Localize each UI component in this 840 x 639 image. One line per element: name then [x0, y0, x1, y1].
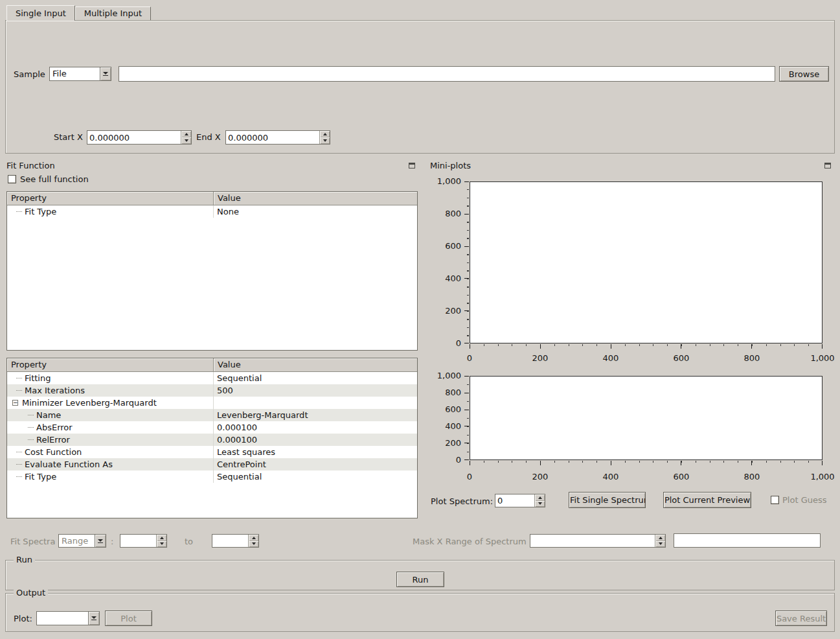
tree-branch-icon [16, 390, 22, 391]
spin-up-icon[interactable] [655, 535, 665, 541]
x-tick-label: 1,000 [803, 472, 840, 482]
end-x-spinbox[interactable] [225, 130, 330, 145]
fit-spectra-from-input[interactable] [120, 535, 156, 547]
plot-guess-control[interactable]: Plot Guess [771, 495, 827, 505]
tab-single-input-label: Single Input [16, 8, 66, 18]
tab-single-input[interactable]: Single Input [6, 5, 75, 21]
sample-type-value: File [50, 67, 100, 80]
colon-separator: : [111, 537, 113, 546]
fit-spectra-mode-select[interactable]: Range [58, 534, 106, 548]
fit-single-spectrum-button[interactable]: Fit Single Spectrum [569, 492, 646, 508]
see-full-function-control[interactable]: See full function [8, 174, 89, 184]
spin-up-icon[interactable] [249, 535, 258, 541]
property-row-evaluate-function-as[interactable]: Evaluate Function As CentrePoint [7, 458, 417, 471]
property-row-relerror[interactable]: RelError 0.000100 [7, 434, 417, 446]
value-cell: 0.000100 [214, 435, 417, 445]
fit-spectra-to-spinbox[interactable] [212, 534, 259, 548]
float-icon[interactable] [409, 163, 415, 168]
value-cell: 500 [214, 386, 417, 395]
run-group: Run Run [5, 560, 835, 590]
browse-button[interactable]: Browse [779, 66, 829, 82]
spin-down-icon[interactable] [249, 541, 258, 548]
table-body: Fitting Sequential Max Iterations 500 − … [7, 372, 417, 518]
plot-output-select[interactable] [36, 611, 100, 625]
property-row-minimizer-name[interactable]: Name Levenberg-Marquardt [7, 409, 417, 421]
save-result-button[interactable]: Save Result [775, 610, 827, 626]
property-row-fitting[interactable]: Fitting Sequential [7, 372, 417, 384]
property-cell: Evaluate Function As [7, 458, 214, 471]
y-axis-ticks [464, 181, 469, 343]
sample-type-select[interactable]: File [49, 67, 111, 81]
spin-down-icon[interactable] [320, 137, 330, 144]
value-column-header[interactable]: Value [214, 358, 417, 372]
plot-output-button[interactable]: Plot [105, 610, 152, 626]
y-tick-label: 400 [445, 421, 461, 432]
sample-file-input[interactable] [119, 66, 775, 82]
fit-spectra-label: Fit Spectra [10, 537, 55, 546]
property-column-header[interactable]: Property [7, 358, 214, 372]
x-axis-ticks [470, 461, 823, 465]
property-row-fit-type[interactable]: Fit Type Sequential [7, 471, 417, 483]
sample-label: Sample [14, 69, 45, 79]
y-tick-label: 200 [445, 438, 461, 448]
x-tick-label: 800 [732, 353, 771, 364]
property-row-abserror[interactable]: AbsError 0.000100 [7, 421, 417, 434]
fit-function-panel: Fit Function See full function Property … [5, 159, 418, 518]
mask-range-input[interactable] [674, 533, 821, 548]
plot-output-value [37, 612, 88, 625]
fit-spectra-to-input[interactable] [212, 535, 248, 547]
mask-spectrum-input[interactable] [530, 535, 655, 547]
plot-spectrum-spinbox[interactable] [495, 494, 545, 507]
y-tick-label: 800 [445, 209, 461, 219]
spin-down-icon[interactable] [157, 541, 166, 548]
fit-settings-table: Property Value Fitting Sequential Max It… [6, 358, 418, 518]
see-full-function-checkbox[interactable] [8, 175, 16, 183]
property-row-max-iterations[interactable]: Max Iterations 500 [7, 384, 417, 397]
float-icon[interactable] [824, 163, 831, 168]
spin-down-icon[interactable] [535, 501, 545, 507]
x-tick-label: 0 [450, 353, 489, 364]
mask-spectrum-spinbox[interactable] [530, 534, 666, 548]
chevron-down-icon[interactable] [100, 67, 111, 80]
plot-guess-checkbox[interactable] [771, 496, 779, 504]
end-x-label: End X [196, 132, 221, 142]
spin-up-icon[interactable] [320, 131, 330, 137]
spin-down-icon[interactable] [655, 541, 665, 548]
plot-current-preview-button[interactable]: Plot Current Preview [663, 492, 751, 508]
value-column-header[interactable]: Value [214, 192, 417, 205]
top-plot-y-axis-labels: 1,000 800 600 400 200 0 [424, 176, 461, 349]
property-row-minimizer[interactable]: − Minimizer Levenberg-Marquardt [7, 397, 417, 409]
property-column-header[interactable]: Property [7, 192, 214, 205]
y-tick-label: 1,000 [437, 176, 461, 187]
fit-spectra-from-spinbox[interactable] [120, 534, 167, 548]
plot-spectrum-input[interactable] [495, 494, 534, 507]
y-tick-label: 600 [445, 241, 461, 251]
property-cell: Fit Type [7, 205, 214, 218]
spin-buttons [655, 535, 665, 547]
table-header: Property Value [7, 192, 417, 205]
spin-up-icon[interactable] [157, 535, 166, 541]
chevron-down-icon[interactable] [95, 535, 106, 547]
property-row-cost-function[interactable]: Cost Function Least squares [7, 446, 417, 458]
property-row-fit-type[interactable]: Fit Type None [7, 205, 417, 218]
table-header: Property Value [7, 358, 417, 372]
value-cell: CentrePoint [214, 459, 417, 469]
end-x-input[interactable] [226, 131, 319, 144]
fit-analysis-window: Single Input Multiple Input Sample File … [0, 0, 840, 639]
x-tick-label: 200 [521, 353, 560, 364]
spin-up-icon[interactable] [181, 131, 191, 137]
tree-branch-icon [16, 476, 22, 477]
spin-buttons [248, 535, 258, 547]
collapse-icon[interactable]: − [12, 400, 18, 406]
run-button[interactable]: Run [396, 572, 444, 587]
fit-spectra-mode-value: Range [59, 535, 95, 547]
start-x-input[interactable] [87, 131, 181, 144]
start-x-spinbox[interactable] [87, 130, 192, 145]
spin-down-icon[interactable] [181, 137, 191, 144]
y-tick-label: 800 [445, 388, 461, 398]
spin-up-icon[interactable] [535, 494, 545, 501]
tree-branch-icon [16, 452, 22, 452]
tab-multiple-input[interactable]: Multiple Input [75, 6, 151, 20]
chevron-down-icon[interactable] [88, 612, 99, 625]
mini-plots-title: Mini-plots [430, 161, 471, 170]
